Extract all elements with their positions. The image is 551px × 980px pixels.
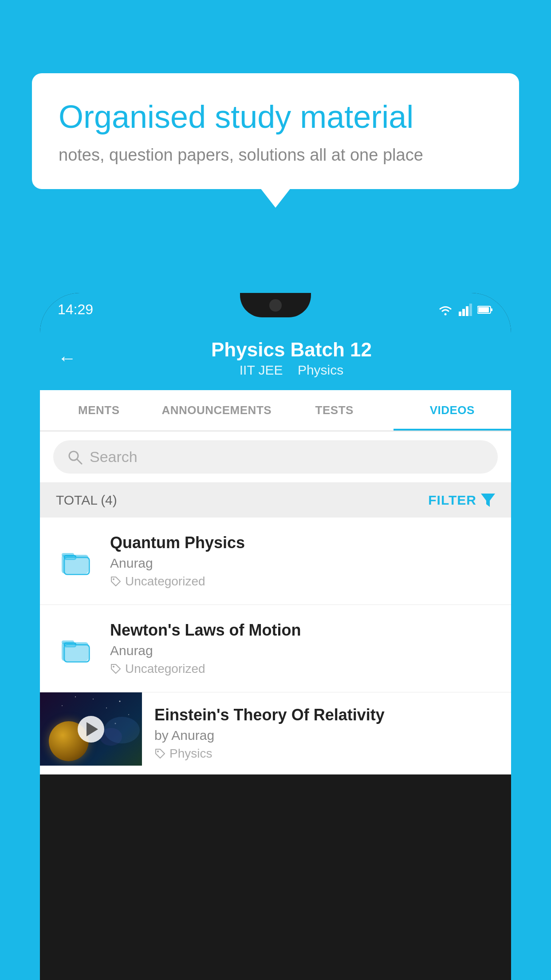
header-subtitle: IIT JEE Physics: [90, 363, 493, 378]
search-box[interactable]: Search: [53, 440, 498, 474]
video-tag: Physics: [154, 747, 498, 761]
speech-bubble: Organised study material notes, question…: [32, 73, 519, 189]
wifi-icon: [437, 304, 453, 316]
item-author: Anurag: [110, 556, 495, 571]
folder-icon: [60, 545, 92, 577]
item-title: Newton's Laws of Motion: [110, 621, 495, 640]
play-triangle-icon: [87, 722, 98, 736]
phone-notch: [240, 293, 311, 317]
svg-point-0: [445, 313, 447, 315]
phone-mockup: 14:29 ←: [40, 293, 511, 980]
tab-announcements[interactable]: ANNOUNCEMENTS: [158, 390, 276, 431]
svg-line-9: [77, 459, 82, 464]
item-tag: Uncategorized: [110, 574, 495, 589]
tabs-bar: MENTS ANNOUNCEMENTS TESTS VIDEOS: [40, 390, 511, 431]
svg-point-22: [113, 666, 114, 668]
tab-tests[interactable]: TESTS: [276, 390, 394, 431]
item-icon: [56, 545, 96, 577]
tab-videos[interactable]: VIDEOS: [394, 390, 512, 431]
svg-point-32: [157, 751, 159, 752]
total-count: TOTAL (4): [56, 493, 117, 508]
svg-point-24: [106, 707, 107, 708]
video-info: Einstein's Theory Of Relativity by Anura…: [142, 692, 511, 774]
tab-ments[interactable]: MENTS: [40, 390, 158, 431]
search-container: Search: [40, 431, 511, 483]
video-author: by Anurag: [154, 728, 498, 743]
svg-rect-4: [469, 304, 472, 316]
folder-icon: [60, 632, 92, 664]
filter-icon: [481, 494, 495, 507]
status-icons: [437, 304, 493, 316]
status-bar: 14:29: [40, 293, 511, 326]
svg-point-16: [113, 578, 114, 580]
svg-marker-10: [481, 494, 495, 507]
item-details: Newton's Laws of Motion Anurag Uncategor…: [110, 621, 495, 676]
header-center: Physics Batch 12 IIT JEE Physics: [90, 339, 493, 378]
svg-point-27: [93, 699, 94, 699]
search-icon: [67, 450, 83, 465]
svg-point-28: [62, 705, 63, 706]
item-author: Anurag: [110, 643, 495, 658]
header-title: Physics Batch 12: [90, 339, 493, 361]
svg-rect-3: [466, 306, 468, 316]
bubble-subtitle: notes, question papers, solutions all at…: [59, 146, 492, 165]
bubble-title: Organised study material: [59, 98, 492, 136]
svg-point-25: [128, 714, 129, 715]
svg-point-23: [119, 701, 121, 702]
svg-point-29: [75, 696, 76, 697]
item-icon: [56, 632, 96, 664]
video-title: Einstein's Theory Of Relativity: [154, 706, 498, 724]
item-details: Quantum Physics Anurag Uncategorized: [110, 533, 495, 589]
play-button[interactable]: [78, 716, 104, 743]
filter-bar: TOTAL (4) FILTER: [40, 483, 511, 518]
filter-button[interactable]: FILTER: [428, 493, 495, 508]
item-tag: Uncategorized: [110, 662, 495, 676]
tag-icon: [110, 663, 122, 675]
svg-rect-1: [459, 312, 461, 316]
list-item[interactable]: Newton's Laws of Motion Anurag Uncategor…: [40, 605, 511, 692]
svg-rect-7: [478, 307, 489, 312]
signal-icon: [459, 304, 472, 316]
video-item[interactable]: Einstein's Theory Of Relativity by Anura…: [40, 692, 511, 775]
notch-camera: [269, 299, 282, 312]
list-item[interactable]: Quantum Physics Anurag Uncategorized: [40, 518, 511, 605]
svg-rect-15: [64, 557, 89, 574]
status-time: 14:29: [58, 301, 93, 318]
item-title: Quantum Physics: [110, 533, 495, 552]
tag-icon: [110, 576, 122, 587]
battery-icon: [477, 305, 493, 315]
search-placeholder: Search: [90, 448, 138, 466]
app-header: ← Physics Batch 12 IIT JEE Physics: [40, 326, 511, 390]
tag-icon: [154, 748, 166, 759]
svg-rect-6: [491, 308, 492, 311]
back-button[interactable]: ←: [58, 348, 76, 369]
svg-rect-21: [64, 645, 89, 662]
svg-rect-2: [462, 309, 465, 316]
video-thumbnail: [40, 692, 142, 766]
content-list: Quantum Physics Anurag Uncategorized: [40, 518, 511, 775]
